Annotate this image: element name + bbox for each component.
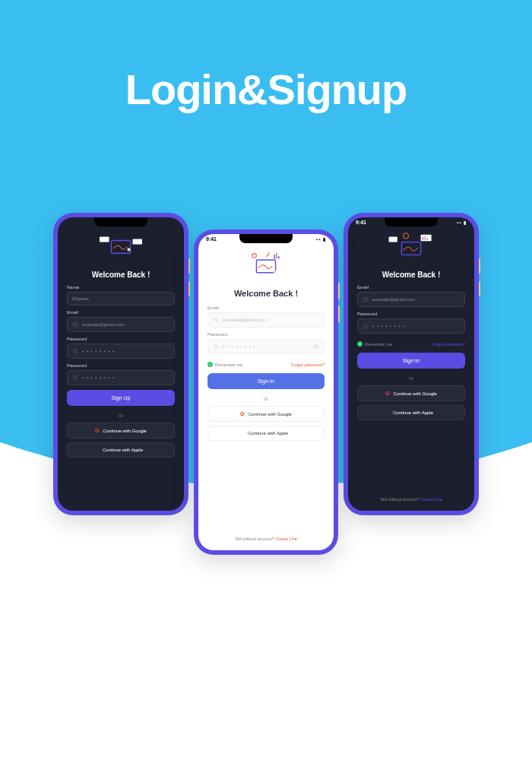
welcome-heading: Welcome Back ! <box>357 271 465 279</box>
password-label: Password <box>357 312 465 316</box>
apple-label: Continue with Apple <box>103 448 143 452</box>
google-icon: G <box>240 411 244 416</box>
input-value: • • • • • • • • <box>82 375 115 380</box>
google-button[interactable]: G Continue with Google <box>67 423 175 439</box>
welcome-heading: Welcome Back ! <box>67 271 175 279</box>
notch <box>385 217 438 226</box>
notch <box>94 217 147 226</box>
google-icon: G <box>95 428 99 433</box>
google-button[interactable]: G Continue with Google <box>207 406 325 422</box>
apple-button[interactable]: Continue with Apple <box>357 405 465 420</box>
or-divider: Or <box>357 376 465 381</box>
illustration <box>207 248 325 283</box>
or-divider: Or <box>207 397 325 401</box>
apple-label: Continue with Apple <box>393 410 433 415</box>
remember-me-toggle[interactable]: ✓ Remember me <box>357 341 392 347</box>
name-label: Name <box>67 285 175 290</box>
mail-icon <box>213 317 219 323</box>
password-input[interactable]: • • • • • • • • <box>357 318 465 334</box>
lock-icon <box>72 348 78 354</box>
svg-rect-24 <box>214 347 218 349</box>
notch <box>239 234 293 243</box>
name-input[interactable]: Dfspace <box>67 292 175 306</box>
password-input[interactable]: • • • • • • • • <box>207 339 325 354</box>
lock-icon <box>72 375 78 381</box>
or-divider: Or <box>67 413 175 418</box>
signup-button[interactable]: Sign Up <box>67 390 175 406</box>
input-value: Dfspace <box>72 296 89 301</box>
remember-me-toggle[interactable]: ✓ Remember me <box>207 362 242 367</box>
create-account-row: Still without account? Create One <box>357 497 465 505</box>
eye-off-icon[interactable] <box>313 344 319 350</box>
input-value: • • • • • • • • <box>372 324 405 328</box>
svg-rect-1 <box>100 237 109 242</box>
password-label: Password <box>67 337 175 341</box>
svg-rect-8 <box>389 237 397 242</box>
svg-point-17 <box>252 254 257 258</box>
forgot-password-link[interactable]: Forgot password? <box>432 342 465 347</box>
welcome-heading: Welcome Back ! <box>207 289 325 298</box>
input-value: • • • • • • • • <box>82 349 115 353</box>
footer-text: Still without account? <box>380 497 420 502</box>
signin-button[interactable]: Sign In <box>207 373 325 389</box>
status-icons: ▪▪ ▮ <box>457 220 467 225</box>
page-title: Login&Signup <box>125 65 407 114</box>
status-time: 9:41 <box>206 236 217 242</box>
email-input[interactable]: example@gmail.com <box>357 292 465 307</box>
check-icon: ✓ <box>207 362 213 367</box>
phone-signup-dark: Welcome Back ! Name Dfspace Email exampl… <box>53 213 188 515</box>
status-time: 9:41 <box>356 220 366 225</box>
email-label: Email <box>207 306 325 310</box>
lock-icon <box>213 344 219 350</box>
svg-rect-2 <box>132 239 142 244</box>
svg-rect-10 <box>421 235 432 241</box>
create-one-link[interactable]: Create One <box>275 537 296 541</box>
phone-signin-light: 9:41 ▪▪ ▮ Welcome Back ! Email example@g… <box>194 230 338 555</box>
svg-rect-15 <box>364 326 368 328</box>
input-value: • • • • • • • • <box>223 344 255 349</box>
email-label: Email <box>357 285 465 290</box>
side-button <box>479 281 480 296</box>
side-button <box>338 306 340 322</box>
side-button <box>338 283 340 299</box>
email-input[interactable]: example@gmail.com <box>207 312 325 328</box>
signin-button[interactable]: Sign In <box>357 353 465 369</box>
status-icons: ▪▪ ▮ <box>316 236 326 242</box>
password-input[interactable]: • • • • • • • • <box>67 344 175 359</box>
apple-label: Continue with Apple <box>248 431 288 435</box>
input-placeholder: example@gmail.com <box>223 318 265 322</box>
remember-label: Remember me <box>365 342 392 347</box>
svg-point-18 <box>264 251 269 256</box>
password-label: Password <box>207 332 325 337</box>
side-button <box>188 258 190 274</box>
create-account-row: Still without account? Create One <box>207 537 325 544</box>
input-placeholder: example@gmail.com <box>372 297 415 302</box>
illustration <box>67 231 175 266</box>
lock-icon <box>363 323 369 329</box>
svg-point-3 <box>127 248 130 251</box>
mail-icon <box>72 321 78 328</box>
apple-button[interactable]: Continue with Apple <box>67 442 175 458</box>
illustration <box>357 231 465 266</box>
google-icon: G <box>385 391 389 396</box>
password-confirm-input[interactable]: • • • • • • • • <box>67 370 175 385</box>
google-label: Continue with Google <box>103 429 147 433</box>
google-button[interactable]: G Continue with Google <box>357 385 465 401</box>
svg-rect-6 <box>74 378 78 380</box>
remember-label: Remember me <box>215 363 242 367</box>
svg-point-22 <box>273 270 276 273</box>
svg-point-9 <box>404 233 409 239</box>
check-icon: ✓ <box>357 341 363 347</box>
password-confirm-label: Password <box>67 363 175 368</box>
google-label: Continue with Google <box>249 412 292 416</box>
forgot-password-link[interactable]: Forgot password? <box>291 363 325 367</box>
apple-button[interactable]: Continue with Apple <box>207 426 325 441</box>
email-input[interactable]: example@gmail.com <box>67 317 175 332</box>
side-button <box>188 281 190 296</box>
footer-text: Still without account? <box>235 537 274 541</box>
input-placeholder: example@gmail.com <box>82 322 125 327</box>
side-button <box>479 258 480 274</box>
svg-rect-5 <box>74 351 78 353</box>
google-label: Continue with Google <box>394 391 437 396</box>
create-one-link[interactable]: Create One <box>420 497 442 502</box>
